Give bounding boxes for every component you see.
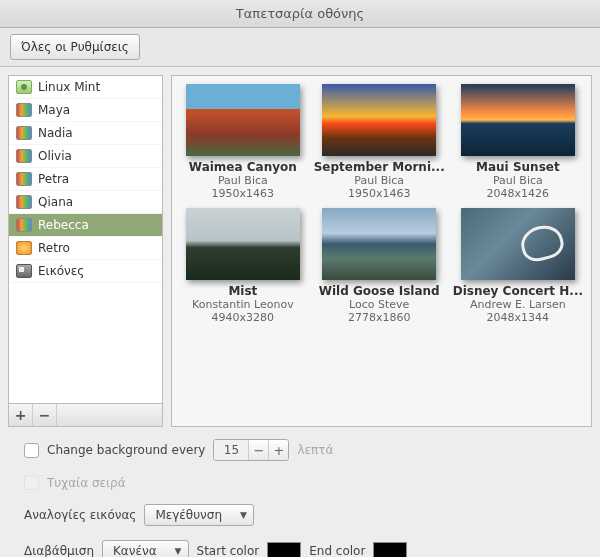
folder-icon [16,264,32,278]
end-color-label: End color [309,544,365,557]
wallpaper-card[interactable]: Waimea CanyonPaul Bica1950x1463 [180,84,306,200]
interval-decrement[interactable]: − [248,440,268,460]
start-color-label: Start color [197,544,260,557]
sidebar-item-label: Petra [38,172,69,186]
folder-icon [16,241,32,255]
sidebar-item-linux-mint[interactable]: Linux Mint [9,76,162,99]
interval-input[interactable] [214,440,248,460]
sidebar-item-label: Olivia [38,149,72,163]
sidebar-item-label: Maya [38,103,70,117]
random-order-label: Τυχαία σειρά [47,476,126,490]
wallpaper-author: Andrew E. Larsen [453,298,583,311]
folder-icon [16,195,32,209]
wallpaper-title: Disney Concert H... [453,284,583,298]
wallpaper-author: Konstantin Leonov [180,298,306,311]
wallpaper-title: Maui Sunset [453,160,583,174]
sidebar-item-label: Rebecca [38,218,89,232]
window-titlebar: Ταπετσαρία οθόνης [0,0,600,28]
wallpaper-title: September Morni... [314,160,445,174]
wallpaper-title: Mist [180,284,306,298]
wallpaper-resolution: 2048x1344 [453,311,583,324]
interval-spinbox[interactable]: − + [213,439,289,461]
minus-icon: − [39,407,51,423]
folder-icon [16,126,32,140]
aspect-label: Αναλογίες εικόνας [24,508,136,522]
gradient-value: Κανένα [113,544,157,557]
aspect-combo[interactable]: Μεγέθυνση ▼ [144,504,254,526]
sidebar-item-nadia[interactable]: Nadia [9,122,162,145]
wallpaper-author: Loco Steve [314,298,445,311]
interval-unit: λεπτά [297,443,333,457]
sidebar-item-label: Qiana [38,195,73,209]
wallpaper-title: Wild Goose Island [314,284,445,298]
wallpaper-thumbnail[interactable] [461,84,575,156]
plus-icon: + [15,407,27,423]
gradient-label: Διαβάθμιση [24,544,94,557]
folder-icon [16,80,32,94]
sidebar-item-maya[interactable]: Maya [9,99,162,122]
end-color-swatch[interactable] [373,542,407,557]
toolbar: Όλες οι Ρυθμίσεις [0,28,600,67]
sidebar-item-εικόνες[interactable]: Εικόνες [9,260,162,283]
wallpaper-thumbnail[interactable] [186,208,300,280]
sidebar-item-label: Εικόνες [38,264,84,278]
aspect-value: Μεγέθυνση [155,508,222,522]
folder-icon [16,218,32,232]
wallpaper-thumbnail[interactable] [322,84,436,156]
wallpaper-card[interactable]: September Morni...Paul Bica1950x1463 [314,84,445,200]
wallpaper-resolution: 2778x1860 [314,311,445,324]
wallpaper-thumbnail[interactable] [461,208,575,280]
window-title: Ταπετσαρία οθόνης [236,6,364,21]
random-order-checkbox [24,475,39,490]
wallpaper-thumbnail[interactable] [186,84,300,156]
sidebar-item-label: Retro [38,241,70,255]
add-folder-button[interactable]: + [9,404,33,426]
change-every-label: Change background every [47,443,205,457]
folder-list[interactable]: Linux MintMayaNadiaOliviaPetraQianaRebec… [8,75,163,404]
chevron-down-icon: ▼ [175,546,182,556]
sidebar-footer: + − [8,404,163,427]
start-color-swatch[interactable] [267,542,301,557]
sidebar-item-petra[interactable]: Petra [9,168,162,191]
wallpaper-resolution: 1950x1463 [180,187,306,200]
interval-increment[interactable]: + [268,440,288,460]
wallpaper-card[interactable]: Disney Concert H...Andrew E. Larsen2048x… [453,208,583,324]
wallpaper-author: Paul Bica [180,174,306,187]
wallpaper-gallery[interactable]: Waimea CanyonPaul Bica1950x1463September… [171,75,592,427]
wallpaper-card[interactable]: Maui SunsetPaul Bica2048x1426 [453,84,583,200]
main-content: Linux MintMayaNadiaOliviaPetraQianaRebec… [0,67,600,435]
wallpaper-resolution: 2048x1426 [453,187,583,200]
aspect-row: Αναλογίες εικόνας Μεγέθυνση ▼ [24,504,576,526]
wallpaper-card[interactable]: MistKonstantin Leonov4940x3280 [180,208,306,324]
sidebar-item-label: Linux Mint [38,80,100,94]
all-settings-button[interactable]: Όλες οι Ρυθμίσεις [10,34,140,60]
remove-folder-button[interactable]: − [33,404,57,426]
wallpaper-resolution: 4940x3280 [180,311,306,324]
folder-icon [16,172,32,186]
sidebar-item-olivia[interactable]: Olivia [9,145,162,168]
random-order-row: Τυχαία σειρά [24,475,576,490]
wallpaper-author: Paul Bica [453,174,583,187]
wallpaper-resolution: 1950x1463 [314,187,445,200]
wallpaper-title: Waimea Canyon [180,160,306,174]
gradient-row: Διαβάθμιση Κανένα ▼ Start color End colo… [24,540,576,557]
chevron-down-icon: ▼ [240,510,247,520]
wallpaper-author: Paul Bica [314,174,445,187]
settings-panel: Change background every − + λεπτά Τυχαία… [0,435,600,557]
folder-icon [16,149,32,163]
sidebar-item-retro[interactable]: Retro [9,237,162,260]
change-every-checkbox[interactable] [24,443,39,458]
wallpaper-thumbnail[interactable] [322,208,436,280]
wallpaper-card[interactable]: Wild Goose IslandLoco Steve2778x1860 [314,208,445,324]
change-interval-row: Change background every − + λεπτά [24,439,576,461]
sidebar-item-rebecca[interactable]: Rebecca [9,214,162,237]
sidebar-item-label: Nadia [38,126,73,140]
sidebar-item-qiana[interactable]: Qiana [9,191,162,214]
gradient-combo[interactable]: Κανένα ▼ [102,540,189,557]
sidebar: Linux MintMayaNadiaOliviaPetraQianaRebec… [8,75,163,427]
folder-icon [16,103,32,117]
